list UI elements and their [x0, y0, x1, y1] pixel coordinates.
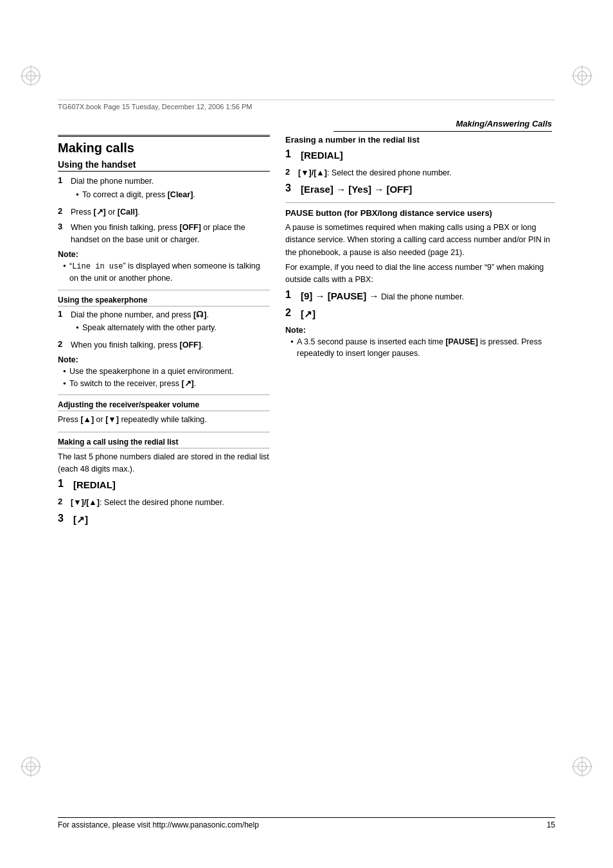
step-num-3: 3 — [58, 222, 68, 231]
right-column: Erasing a number in the redial list 1 [R… — [285, 135, 555, 804]
right-header-title: Making/Answering Calls — [333, 119, 552, 132]
erase-step1-text: [REDIAL] — [301, 150, 343, 161]
step-num-1: 1 — [58, 175, 68, 185]
page-number: 15 — [547, 820, 555, 829]
speaker-note-label: Note: — [58, 355, 270, 364]
subtitle-redial: Making a call using the redial list — [58, 438, 270, 448]
handset-note-label: Note: — [58, 250, 270, 259]
pause-note-bullets: A 3.5 second pause is inserted each time… — [290, 336, 555, 360]
divider-3 — [58, 432, 270, 432]
page: TG607X.book Page 15 Tuesday, December 12… — [0, 0, 613, 868]
pause-title-text: PAUSE button (for PBX/long distance serv… — [285, 208, 492, 218]
handset-note-bullet1: “Line in use” is displayed when someone … — [63, 260, 270, 285]
footer-text: For assistance, please visit http://www.… — [58, 820, 259, 829]
pause-para-2: For example, if you need to dial the lin… — [285, 261, 555, 287]
pause-title: PAUSE button (for PBX/long distance serv… — [285, 208, 555, 219]
speaker-step-1: 1 Dial the phone number, and press [☊]. … — [58, 309, 270, 336]
pause-step-num-2: 2 — [285, 307, 298, 319]
speaker-step1-bullets: Speak alternately with the other party. — [76, 322, 270, 334]
erase-step-1: 1 [REDIAL] — [285, 148, 555, 163]
speaker-step-num-1: 1 — [58, 309, 68, 319]
corner-mark-tl — [19, 64, 42, 87]
pause-step1-text: [9] → [PAUSE] → — [301, 290, 378, 301]
subtitle-handset: Using the handset — [58, 159, 270, 172]
redial-step3-text: [↗] — [73, 514, 88, 525]
pause-step-1: 1 [9] → [PAUSE] → Dial the phone number. — [285, 289, 555, 304]
redial-step-3: 3 [↗] — [58, 513, 270, 527]
pause-step-2: 2 [↗] — [285, 307, 555, 322]
redial-step1-text: [REDIAL] — [73, 479, 116, 490]
volume-text: Press [▲] or [▼] repeatedly while talkin… — [58, 414, 270, 426]
corner-mark-br — [571, 755, 594, 778]
pause-para-1: A pause is sometimes required when makin… — [285, 222, 555, 259]
subtitle-speakerphone: Using the speakerphone — [58, 296, 270, 306]
pause-step-num-1: 1 — [285, 289, 298, 301]
erase-step-num-3: 3 — [285, 182, 298, 194]
right-divider-1 — [285, 202, 555, 203]
handset-step1-bullet1: To correct a digit, press [Clear]. — [76, 189, 270, 201]
pause-note-label: Note: — [285, 326, 555, 335]
step-num-2: 2 — [58, 206, 68, 216]
divider-1 — [58, 290, 270, 290]
speaker-step-num-2: 2 — [58, 339, 68, 349]
handset-step-3: 3 When you finish talking, press [OFF] o… — [58, 222, 270, 246]
volume-title-text: Adjusting the receiver/speaker volume — [58, 400, 199, 409]
speaker-note-bullets: Use the speakerphone in a quiet environm… — [63, 366, 270, 390]
erase-step3-text: [Erase] → [Yes] → [OFF] — [301, 184, 412, 195]
redial-step-num-2: 2 — [58, 497, 68, 506]
main-content: Making calls Using the handset 1 Dial th… — [58, 135, 555, 804]
handset-step1-bullets: To correct a digit, press [Clear]. — [76, 189, 270, 201]
redial-title-text: Making a call using the redial list — [58, 438, 178, 447]
corner-mark-tr — [571, 64, 594, 87]
redial-step-num-3: 3 — [58, 513, 71, 524]
erasing-title-text: Erasing a number in the redial list — [285, 135, 420, 145]
erase-step-num-2: 2 — [285, 167, 296, 177]
speaker-note-bullet1: Use the speakerphone in a quiet environm… — [63, 366, 270, 378]
handset-step-1: 1 Dial the phone number. To correct a di… — [58, 175, 270, 202]
erase-step-2: 2 [▼]/[▲]: Select the desired phone numb… — [285, 167, 555, 179]
redial-intro: The last 5 phone numbers dialed are stor… — [58, 451, 270, 476]
file-info: TG607X.book Page 15 Tuesday, December 12… — [58, 103, 252, 111]
divider-2 — [58, 394, 270, 395]
speaker-note-bullet2: To switch to the receiver, press [↗]. — [63, 378, 270, 390]
corner-mark-bl — [19, 755, 42, 778]
handset-note-bullets: “Line in use” is displayed when someone … — [63, 260, 270, 285]
handset-step-2: 2 Press [↗] or [Call]. — [58, 206, 270, 218]
left-column: Making calls Using the handset 1 Dial th… — [58, 135, 270, 804]
speaker-step-2: 2 When you finish talking, press [OFF]. — [58, 339, 270, 351]
redial-step-2: 2 [▼]/[▲]: Select the desired phone numb… — [58, 497, 270, 509]
pause-note-bullet1: A 3.5 second pause is inserted each time… — [290, 336, 555, 360]
pause-step2-text: [↗] — [301, 308, 315, 319]
subtitle-volume: Adjusting the receiver/speaker volume — [58, 400, 270, 411]
section-title-making-calls: Making calls — [58, 135, 270, 155]
erasing-title: Erasing a number in the redial list — [285, 135, 555, 145]
erase-step-num-1: 1 — [285, 148, 298, 160]
erase-step-3: 3 [Erase] → [Yes] → [OFF] — [285, 182, 555, 197]
handset-step1-text: Dial the phone number. — [71, 177, 154, 186]
footer: For assistance, please visit http://www.… — [58, 817, 555, 829]
redial-step-num-1: 1 — [58, 478, 71, 490]
redial-step-1: 1 [REDIAL] — [58, 478, 270, 493]
header-bar: TG607X.book Page 15 Tuesday, December 12… — [58, 100, 555, 111]
speaker-step1-bullet1: Speak alternately with the other party. — [76, 322, 270, 334]
